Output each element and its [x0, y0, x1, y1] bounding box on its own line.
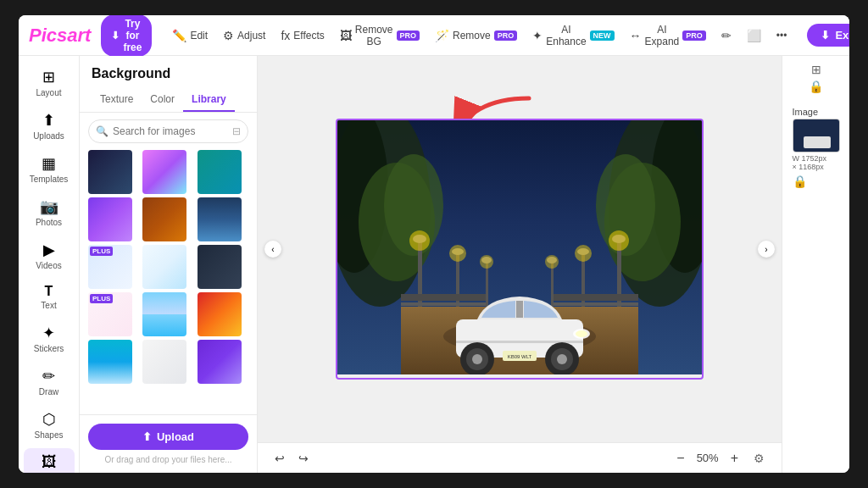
list-item[interactable]	[198, 245, 242, 289]
list-item[interactable]	[142, 150, 186, 194]
search-bar: 🔍 ⊟	[88, 119, 248, 143]
tab-library[interactable]: Library	[183, 88, 235, 112]
pro-badge: PRO	[397, 30, 420, 41]
remove-button[interactable]: 🪄 Remove PRO	[428, 25, 524, 46]
canvas-settings-button[interactable]: ⚙	[750, 448, 768, 469]
svg-point-15	[449, 245, 466, 262]
svg-point-27	[545, 255, 559, 269]
svg-point-39	[472, 354, 482, 364]
export-icon: ⬇	[821, 29, 830, 42]
list-item[interactable]	[198, 197, 242, 241]
ai-expand-button[interactable]: ↔ AI Expand PRO	[623, 20, 713, 51]
stickers-icon: ✦	[42, 324, 55, 342]
canvas-nav-left[interactable]: ‹	[264, 241, 281, 258]
svg-rect-35	[516, 301, 523, 318]
list-item[interactable]	[198, 150, 242, 194]
text-icon: T	[45, 284, 53, 299]
undo-icon: ↩	[275, 452, 285, 465]
search-icon: 🔍	[96, 125, 108, 137]
zoom-out-button[interactable]: −	[671, 449, 689, 468]
crop-button[interactable]: ⬜	[740, 25, 768, 46]
svg-rect-31	[554, 302, 638, 306]
remove-icon: 🪄	[435, 29, 449, 42]
undo-button[interactable]: ↩	[271, 448, 288, 469]
sidebar-item-layout[interactable]: ⊞ Layout	[24, 63, 75, 103]
layer-lock-button[interactable]: 🔒	[793, 175, 807, 188]
sidebar-item-stickers[interactable]: ✦ Stickers	[24, 319, 75, 358]
edit-button[interactable]: ✏️ Edit	[165, 25, 214, 46]
list-item[interactable]	[88, 340, 132, 384]
lock-icon-button[interactable]: 🔒	[809, 80, 823, 93]
background-image-grid: PLUS PLUS	[80, 150, 257, 414]
list-item[interactable]	[88, 150, 132, 194]
filter-icon[interactable]: ⊟	[232, 125, 241, 137]
sidebar-item-draw[interactable]: ✏ Draw	[24, 362, 75, 402]
try-free-button[interactable]: ⬇ Try for free	[101, 15, 152, 57]
canvas-main: ‹	[258, 56, 782, 442]
zoom-control: − 50% +	[671, 449, 743, 468]
list-item[interactable]	[142, 245, 186, 289]
sidebar-item-shapes[interactable]: ⬡ Shapes	[24, 405, 75, 445]
remove-bg-button[interactable]: 🖼 Remove BG PRO	[333, 20, 426, 51]
redo-button[interactable]: ↪	[295, 448, 312, 469]
effects-icon: fx	[281, 29, 290, 42]
list-item[interactable]	[142, 292, 186, 336]
edit-icon: ✏️	[172, 29, 186, 42]
list-item[interactable]	[142, 197, 186, 241]
layer-lock-icon: 🔒	[793, 175, 807, 188]
svg-point-18	[480, 255, 493, 269]
sidebar: ⊞ Layout ⬆ Uploads ▦ Templates 📷 Photos …	[19, 56, 80, 473]
sidebar-item-text[interactable]: T Text	[24, 279, 75, 315]
effects-button[interactable]: fx Effects	[274, 25, 331, 46]
list-item[interactable]	[142, 340, 186, 384]
search-input[interactable]	[88, 119, 248, 143]
canvas-nav-right[interactable]: ›	[758, 241, 775, 258]
background-tabs: Texture Color Library	[80, 88, 257, 113]
panel-header: Background	[80, 56, 257, 88]
sidebar-item-templates[interactable]: ▦ Templates	[24, 149, 75, 189]
list-item[interactable]	[88, 197, 132, 241]
upload-button[interactable]: ⬆ Upload	[88, 424, 248, 450]
sidebar-item-background[interactable]: 🖼 Background	[24, 448, 75, 473]
svg-point-21	[609, 230, 629, 251]
tab-texture[interactable]: Texture	[92, 88, 142, 112]
ai-enhance-icon: ✦	[532, 29, 542, 42]
pro-badge-remove: PRO	[494, 30, 518, 41]
ai-enhance-button[interactable]: ✦ AI Enhance NEW	[526, 20, 620, 51]
layers-icon-button[interactable]: ⊞	[811, 63, 821, 76]
more-button[interactable]: •••	[770, 26, 794, 45]
sidebar-item-photos[interactable]: 📷 Photos	[24, 192, 75, 232]
lock-icon: 🔒	[809, 80, 823, 93]
export-button[interactable]: ⬇ Export	[807, 24, 849, 47]
pencil-tool-button[interactable]: ✏	[715, 25, 738, 46]
list-item[interactable]: PLUS	[88, 245, 132, 289]
redo-icon: ↪	[298, 452, 309, 465]
sidebar-item-uploads[interactable]: ⬆ Uploads	[24, 106, 75, 146]
plus-badge: PLUS	[90, 294, 113, 303]
pencil-icon: ✏	[721, 29, 732, 42]
layer-dimensions: W 1752px × 1168px	[793, 154, 840, 171]
svg-point-12	[409, 230, 430, 251]
svg-point-42	[557, 354, 567, 364]
list-item[interactable]	[198, 292, 242, 336]
background-panel: Background Texture Color Library 🔍 ⊟	[80, 56, 258, 473]
list-item[interactable]: PLUS	[88, 292, 132, 336]
canvas-bottom-toolbar: ↩ ↪ − 50% + ⚙	[258, 442, 782, 473]
sidebar-item-videos[interactable]: ▶ Videos	[24, 236, 75, 275]
svg-point-24	[575, 245, 592, 262]
layer-thumbnail[interactable]	[793, 119, 840, 152]
templates-icon: ▦	[42, 154, 56, 173]
tab-color[interactable]: Color	[142, 88, 183, 112]
background-icon: 🖼	[42, 453, 57, 471]
list-item[interactable]	[198, 340, 242, 384]
adjust-button[interactable]: ⚙ Adjust	[216, 25, 272, 46]
drag-drop-text: Or drag and drop your files here...	[88, 455, 248, 464]
draw-icon: ✏	[42, 367, 55, 385]
videos-icon: ▶	[43, 241, 55, 259]
svg-rect-30	[554, 294, 638, 301]
settings-icon: ⚙	[754, 452, 765, 465]
svg-text:KB09 WLT: KB09 WLT	[508, 354, 532, 359]
panel-title: Background	[92, 66, 170, 80]
zoom-in-button[interactable]: +	[726, 449, 743, 468]
uploads-icon: ⬆	[42, 111, 55, 130]
